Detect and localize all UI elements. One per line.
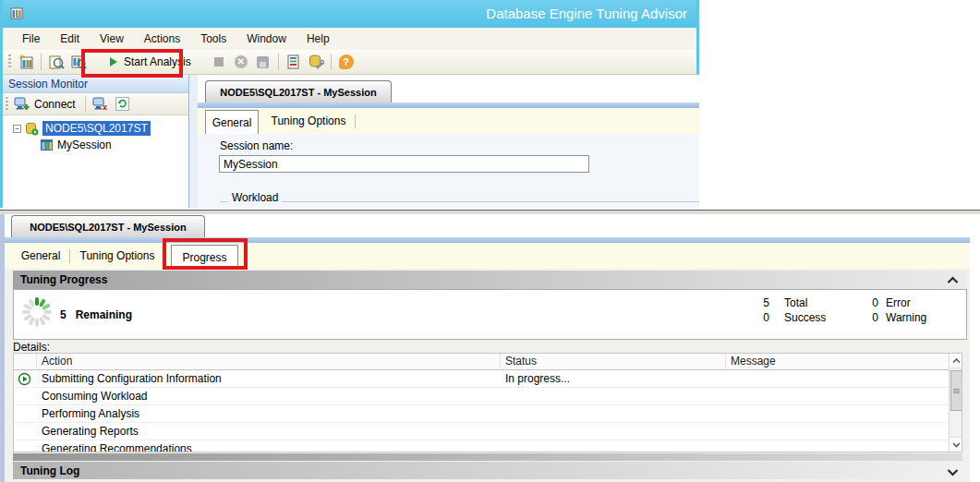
refresh-icon	[115, 97, 129, 111]
open-workload-button[interactable]	[47, 53, 66, 71]
details-table: Action Status Message Submitting Configu…	[13, 353, 962, 452]
warning-label: Warning	[886, 311, 926, 324]
toolbar-separator	[41, 54, 42, 70]
workload-groupbox-border	[220, 201, 699, 202]
tune-database-button[interactable]	[307, 53, 325, 71]
tree-expander-icon[interactable]: −	[13, 125, 21, 133]
tab-tuning-options[interactable]: Tuning Options	[77, 245, 158, 267]
table-bottom-scroll-strip[interactable]	[13, 453, 962, 461]
screenshot-root: Database Engine Tuning Advisor File Edit…	[0, 0, 980, 482]
menu-item-window[interactable]: Window	[236, 30, 296, 47]
document-tab-label: NODE5\SQL2017ST - MySession	[220, 87, 376, 98]
refresh-button[interactable]	[114, 95, 132, 114]
session-icon	[40, 139, 54, 151]
tuning-log-header: Tuning Log	[13, 462, 967, 479]
disconnect-button[interactable]: x	[91, 95, 110, 114]
tab-separator	[355, 114, 356, 128]
menu-item-actions[interactable]: Actions	[134, 30, 190, 47]
success-label: Success	[784, 311, 826, 324]
session-monitor-header: Session Monitor	[3, 75, 188, 93]
session-name-input[interactable]: MySession	[219, 155, 589, 173]
success-count: 0	[747, 311, 769, 324]
toolbar-separator	[85, 96, 86, 113]
details-label: Details:	[13, 341, 50, 354]
table-row[interactable]: Generating Reports	[14, 423, 950, 440]
tab-general[interactable]: General	[16, 245, 66, 267]
dta-window: Database Engine Tuning Advisor File Edit…	[0, 0, 699, 208]
annotation-start-analysis	[81, 49, 183, 78]
menu-item-view[interactable]: View	[90, 30, 134, 47]
document-tab-label: NODE5\SQL2017ST - MySession	[30, 222, 186, 233]
session-name-value: MySession	[224, 158, 278, 171]
svg-text:x: x	[103, 102, 107, 111]
progress-tab-content: Tuning Progress	[5, 269, 970, 482]
disconnect-icon: x	[92, 97, 108, 111]
menu-item-help[interactable]: Help	[296, 30, 340, 47]
remaining-status: 5 Remaining	[60, 290, 132, 339]
table-row[interactable]: Submitting Configuration Information In …	[14, 370, 950, 388]
tab-general[interactable]: General	[205, 110, 259, 134]
error-label: Error	[886, 296, 911, 309]
top-document-area: NODE5\SQL2017ST - MySession General Tuni…	[198, 75, 699, 208]
column-header-status[interactable]: Status	[505, 355, 537, 368]
vertical-scrollbar[interactable]	[949, 354, 962, 452]
total-label: Total	[784, 296, 807, 309]
session-monitor-toolbar: Connect x	[3, 93, 188, 115]
window-title: Database Engine Tuning Advisor	[486, 6, 687, 21]
scroll-down-icon[interactable]	[950, 437, 962, 452]
help-button[interactable]: ?	[337, 53, 356, 71]
connect-button[interactable]: Connect	[12, 97, 81, 111]
row-play-icon	[18, 372, 31, 386]
scrollbar-thumb[interactable]	[950, 370, 962, 411]
column-header-message[interactable]: Message	[731, 355, 776, 368]
report-button[interactable]	[284, 53, 303, 71]
cancel-button[interactable]: ✕	[232, 53, 250, 71]
tree-row-server: − NODE5\SQL2017ST	[13, 121, 151, 136]
error-count: 0	[856, 296, 878, 309]
document-tab-bottom[interactable]: NODE5\SQL2017ST - MySession	[11, 215, 205, 237]
menu-item-file[interactable]: File	[12, 30, 50, 47]
table-row[interactable]: Consuming Workload	[14, 388, 950, 405]
table-header: Action Status Message	[14, 354, 962, 370]
warning-count: 0	[856, 311, 878, 324]
top-tab-strip: General Tuning Options	[198, 108, 699, 134]
expand-chevron-down-icon[interactable]	[947, 466, 959, 479]
tuning-progress-header: Tuning Progress	[13, 271, 967, 289]
table-row[interactable]: Performing Analysis	[14, 405, 950, 423]
save-button[interactable]	[254, 53, 272, 71]
tab-tuning-options[interactable]: Tuning Options	[268, 110, 349, 132]
cancel-icon: ✕	[235, 55, 248, 68]
app-icon	[8, 6, 24, 26]
save-icon	[257, 56, 269, 68]
stop-analysis-button[interactable]	[210, 53, 228, 71]
column-header-action[interactable]: Action	[42, 355, 72, 368]
help-icon: ?	[339, 54, 354, 69]
collapse-chevron-up-icon[interactable]	[947, 274, 959, 287]
tree-item-session[interactable]: MySession	[57, 139, 112, 151]
toolbar-grip[interactable]	[8, 54, 11, 69]
tab-separator	[69, 249, 70, 263]
session-monitor-title: Session Monitor	[8, 78, 88, 90]
connect-icon	[14, 97, 30, 111]
progress-spinner-icon	[20, 295, 54, 329]
annotation-progress-tab	[163, 238, 248, 270]
remaining-count: 5	[60, 308, 67, 321]
remaining-label: Remaining	[76, 308, 132, 321]
session-tree: − NODE5\SQL2017ST MySession	[3, 116, 188, 208]
scroll-up-icon[interactable]	[950, 354, 962, 368]
menu-item-tools[interactable]: Tools	[190, 30, 236, 47]
menu-item-edit[interactable]: Edit	[50, 30, 90, 47]
section-divider-strip	[0, 211, 980, 214]
toolbar-separator	[278, 54, 279, 70]
table-row[interactable]: Generating Recommendations	[14, 440, 950, 452]
toolbar-grip[interactable]	[6, 97, 8, 112]
session-monitor-panel: Session Monitor Connect x −	[3, 75, 189, 208]
progress-section: NODE5\SQL2017ST - MySession General Tuni…	[0, 210, 980, 482]
tree-item-server[interactable]: NODE5\SQL2017ST	[42, 121, 151, 136]
new-session-button[interactable]	[17, 53, 35, 71]
document-tab[interactable]: NODE5\SQL2017ST - MySession	[205, 80, 392, 102]
panel-splitter[interactable]	[189, 75, 198, 208]
tree-row-session: MySession	[40, 139, 112, 151]
thumb-grip-icon	[953, 389, 960, 393]
general-tab-content: Session name: MySession Workload	[198, 134, 699, 208]
